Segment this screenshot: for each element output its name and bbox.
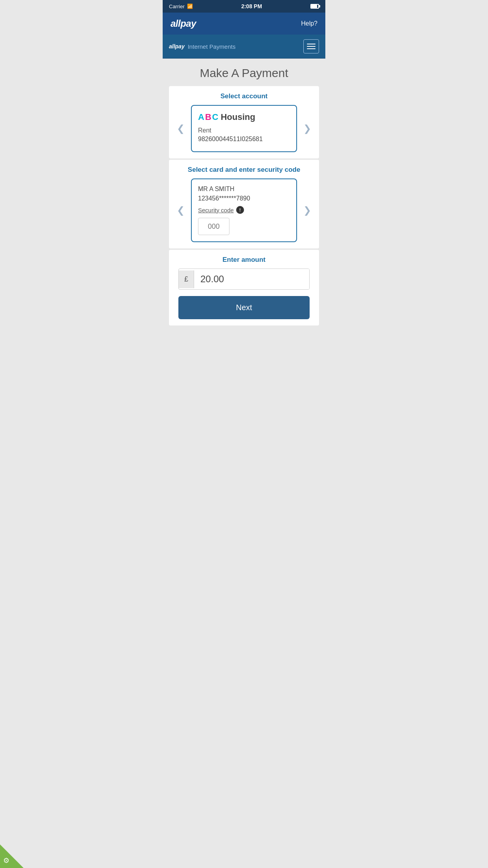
hamburger-line-3 xyxy=(307,48,316,49)
status-bar-right xyxy=(310,4,319,9)
account-type: Rent xyxy=(198,127,290,134)
currency-symbol: £ xyxy=(179,270,194,288)
main-content: Make A Payment Select account ❮ A B C Ho… xyxy=(163,59,325,334)
select-card-section: Select card and enter security code ❮ MR… xyxy=(169,159,319,248)
status-bar-time: 2:08 PM xyxy=(241,3,262,9)
enter-amount-section: Enter amount £ Next xyxy=(169,249,319,326)
company-name: Housing xyxy=(221,112,255,122)
wifi-icon: 📶 xyxy=(187,4,193,9)
sub-header-subtitle: Internet Payments xyxy=(188,43,236,50)
security-code-input[interactable] xyxy=(198,218,229,235)
sub-header-left: allpay Internet Payments xyxy=(169,43,235,50)
amount-input-row: £ xyxy=(178,268,310,290)
enter-amount-title: Enter amount xyxy=(169,250,319,268)
abc-letter-b: B xyxy=(205,112,211,122)
next-button[interactable]: Next xyxy=(178,296,310,319)
header: allpay Help? xyxy=(163,13,325,35)
card-carousel: ❮ MR A SMITH 123456*******7890 Security … xyxy=(169,178,319,248)
hamburger-line-1 xyxy=(307,44,316,44)
card-next-button[interactable]: ❯ xyxy=(299,202,316,219)
battery-icon xyxy=(310,4,319,9)
header-logo: allpay xyxy=(171,18,196,29)
security-code-label[interactable]: Security code ! xyxy=(198,206,290,214)
select-account-section: Select account ❮ A B C Housing Rent 9826… xyxy=(169,86,319,158)
help-button[interactable]: Help? xyxy=(301,20,317,27)
carrier-label: Carrier xyxy=(169,4,185,9)
abc-logo: A B C Housing xyxy=(198,112,290,122)
sub-header-logo: allpay xyxy=(169,43,185,50)
account-card: A B C Housing Rent 982600044511I025681 xyxy=(191,105,297,152)
page-title: Make A Payment xyxy=(169,66,319,80)
card-holder-name: MR A SMITH xyxy=(198,186,290,193)
abc-letter-c: C xyxy=(212,112,218,122)
account-prev-button[interactable]: ❮ xyxy=(172,120,189,137)
status-bar: Carrier 📶 2:08 PM xyxy=(163,0,325,13)
payment-card: MR A SMITH 123456*******7890 Security co… xyxy=(191,178,297,242)
card-number: 123456*******7890 xyxy=(198,195,290,202)
abc-letter-a: A xyxy=(198,112,204,122)
info-icon[interactable]: ! xyxy=(236,206,244,214)
account-carousel: ❮ A B C Housing Rent 982600044511I025681… xyxy=(169,105,319,158)
account-number: 982600044511I025681 xyxy=(198,136,290,143)
sub-header: allpay Internet Payments xyxy=(163,35,325,59)
select-card-title: Select card and enter security code xyxy=(169,160,319,178)
hamburger-line-2 xyxy=(307,46,316,47)
select-account-title: Select account xyxy=(169,86,319,105)
amount-input[interactable] xyxy=(194,269,310,289)
hamburger-menu-button[interactable] xyxy=(303,39,319,53)
card-prev-button[interactable]: ❮ xyxy=(172,202,189,219)
account-next-button[interactable]: ❯ xyxy=(299,120,316,137)
status-bar-left: Carrier 📶 xyxy=(169,4,193,9)
